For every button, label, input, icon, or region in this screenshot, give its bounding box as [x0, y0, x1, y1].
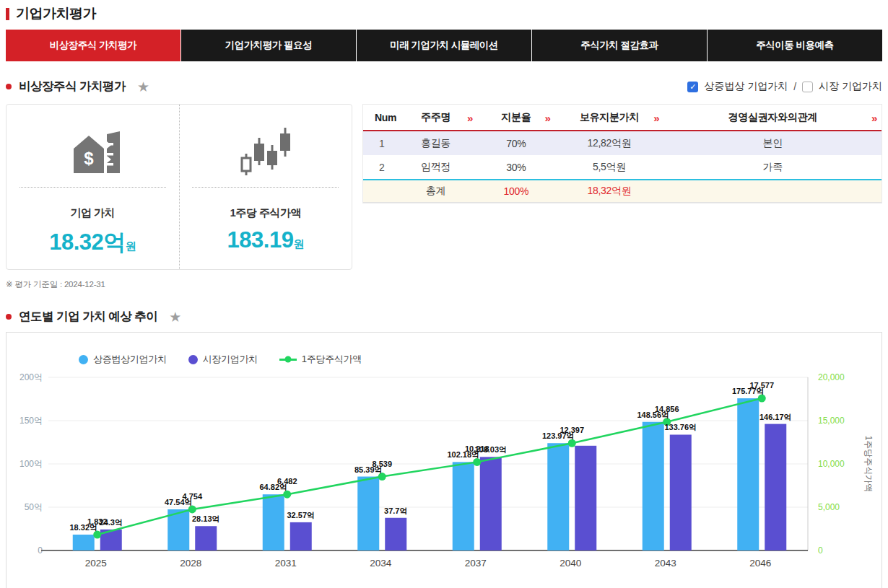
tab-future-value-simulation[interactable]: 미래 기업가치 시뮬레이션: [357, 30, 532, 61]
checkbox-statutory-value[interactable]: ✓: [687, 82, 698, 92]
col-holding-value[interactable]: 보유지분가치»: [555, 105, 664, 131]
title-accent-bar: [6, 8, 9, 20]
candlestick-icon: [239, 120, 292, 185]
svg-text:146.17억: 146.17억: [759, 413, 792, 421]
svg-text:5,000: 5,000: [818, 502, 840, 512]
page-title: 기업가치평가: [16, 4, 96, 23]
chart-legend: 상증법상기업가치 시장기업가치 1주당주식가액: [6, 333, 882, 367]
col-shareholder-name[interactable]: 주주명»: [394, 105, 477, 131]
svg-text:133.76억: 133.76억: [664, 423, 697, 431]
check-icon: ✓: [689, 82, 696, 92]
legend-statutory-value[interactable]: 상증법상기업가치: [79, 353, 167, 366]
legend-line-icon: [279, 359, 297, 361]
valuation-base-date-note: ※ 평가 기준일 : 2024-12-31: [6, 279, 882, 290]
svg-text:2037: 2037: [465, 558, 487, 569]
svg-text:20,000: 20,000: [818, 372, 845, 382]
valuation-mode-toggle: ✓ 상증법상 기업가치 / 시장 기업가치: [687, 80, 882, 93]
dotted-divider: [192, 187, 339, 188]
checkbox-market-value[interactable]: [802, 82, 813, 92]
svg-text:17,577: 17,577: [749, 381, 774, 390]
checkbox-statutory-label: 상증법상 기업가치: [704, 80, 788, 93]
sort-chevron-icon: »: [467, 111, 473, 123]
cell-ratio: 30%: [477, 155, 555, 180]
table-row[interactable]: 2 임꺽정 30% 5,5억원 가족: [363, 155, 882, 180]
svg-text:15,000: 15,000: [818, 416, 845, 426]
checkbox-separator: /: [793, 81, 796, 92]
cell-relation: 가족: [663, 155, 882, 180]
dotted-divider: [19, 187, 166, 188]
value-cards-panel: $ 기업 가치 18.32억원: [6, 104, 352, 270]
legend-circle-icon: [79, 355, 88, 364]
value-trend-chart-panel: 상증법상기업가치 시장기업가치 1주당주식가액 0050억5,000100억10…: [6, 332, 882, 588]
svg-text:2031: 2031: [275, 558, 297, 569]
per-share-value-amount: 183.19원: [227, 227, 304, 253]
svg-text:100억: 100억: [19, 459, 43, 469]
cell-ratio: 70%: [477, 131, 555, 155]
section1-title: 비상장주식 가치평가: [19, 79, 126, 95]
cell-num: 1: [363, 131, 394, 155]
col-share-ratio[interactable]: 지분율»: [477, 105, 555, 131]
cell-relation: 본인: [663, 131, 882, 155]
svg-text:200억: 200억: [19, 372, 43, 382]
enterprise-value-card: $ 기업 가치 18.32억원: [6, 105, 179, 269]
enterprise-value-amount: 18.32억원: [49, 227, 136, 258]
col-num: Num: [363, 105, 394, 131]
per-share-value-label: 1주당 주식가액: [230, 206, 301, 220]
tab-unlisted-stock-valuation[interactable]: 비상장주식 가치평가: [6, 30, 181, 61]
svg-text:2034: 2034: [370, 558, 392, 569]
valuation-page: 기업가치평가 비상장주식 가치평가 기업가치평가 필요성 미래 기업가치 시뮬레…: [0, 0, 888, 588]
legend-market-value[interactable]: 시장기업가치: [188, 353, 258, 366]
bullet-icon: [6, 314, 12, 320]
total-value: 18,32억원: [555, 180, 664, 202]
table-total-row: 총계 100% 18,32억원: [363, 180, 882, 202]
legend-circle-icon: [188, 355, 198, 364]
legend-per-share-price[interactable]: 1주당주식가액: [279, 353, 362, 366]
shareholder-table: Num 주주명» 지분율» 보유지분가치» 경영실권자와의관계» 1 홍길동 7…: [363, 105, 882, 203]
checkbox-market-label: 시장 기업가치: [819, 80, 882, 93]
cell-value: 5,5억원: [555, 155, 664, 180]
tab-stock-transfer-cost[interactable]: 주식이동 비용예측: [708, 30, 882, 61]
shareholder-table-panel: Num 주주명» 지분율» 보유지분가치» 경영실권자와의관계» 1 홍길동 7…: [362, 104, 882, 203]
cell-name: 홍길동: [394, 131, 477, 155]
bullet-icon: [6, 84, 12, 89]
svg-text:1주당주식가액: 1주당주식가액: [863, 436, 874, 493]
svg-text:2043: 2043: [655, 558, 676, 569]
svg-text:6,482: 6,482: [277, 477, 297, 486]
svg-text:10,218: 10,218: [465, 444, 489, 453]
col-relation[interactable]: 경영실권자와의관계»: [663, 105, 882, 131]
favorite-star-icon[interactable]: ★: [137, 80, 149, 94]
cell-name: 임꺽정: [394, 155, 477, 180]
table-row[interactable]: 1 홍길동 70% 12,82억원 본인: [363, 131, 882, 155]
svg-text:8,539: 8,539: [372, 460, 392, 468]
page-title-row: 기업가치평가: [6, 6, 882, 22]
summary-row: $ 기업 가치 18.32억원: [6, 104, 882, 270]
svg-text:0: 0: [818, 545, 823, 556]
total-label: 총계: [394, 180, 477, 202]
favorite-star-icon[interactable]: ★: [169, 310, 181, 324]
svg-text:10,000: 10,000: [818, 459, 845, 469]
tab-stock-value-reduction[interactable]: 주식가치 절감효과: [532, 30, 708, 61]
svg-text:4,754: 4,754: [182, 492, 202, 501]
table-header-row: Num 주주명» 지분율» 보유지분가치» 경영실권자와의관계»: [363, 105, 882, 131]
sort-chevron-icon: »: [653, 111, 659, 123]
svg-text:$: $: [84, 149, 95, 168]
tab-valuation-necessity[interactable]: 기업가치평가 필요성: [181, 30, 357, 61]
price-tag-icon: $: [61, 120, 124, 185]
enterprise-value-label: 기업 가치: [70, 206, 115, 220]
svg-text:50억: 50억: [25, 502, 43, 512]
svg-text:2028: 2028: [180, 558, 201, 569]
cell-num: 2: [363, 155, 394, 180]
section2-title: 연도별 기업 가치 예상 추이: [19, 309, 157, 325]
svg-text:28.13억: 28.13억: [192, 514, 220, 523]
sort-chevron-icon: »: [871, 111, 877, 123]
svg-text:12,397: 12,397: [560, 426, 584, 434]
svg-text:37.7억: 37.7억: [384, 506, 407, 515]
section1-header: 비상장주식 가치평가 ★ ✓ 상증법상 기업가치 / 시장 기업가치: [6, 79, 882, 95]
value-trend-chart: 0050억5,000100억10,000150억15,000200억20,000…: [6, 367, 882, 588]
svg-text:2046: 2046: [749, 558, 771, 569]
total-share: 100%: [477, 180, 555, 202]
svg-text:2040: 2040: [560, 558, 581, 569]
per-share-value-card: 1주당 주식가액 183.19원: [179, 105, 352, 269]
sort-chevron-icon: »: [545, 111, 551, 123]
svg-text:1,832: 1,832: [87, 517, 108, 526]
